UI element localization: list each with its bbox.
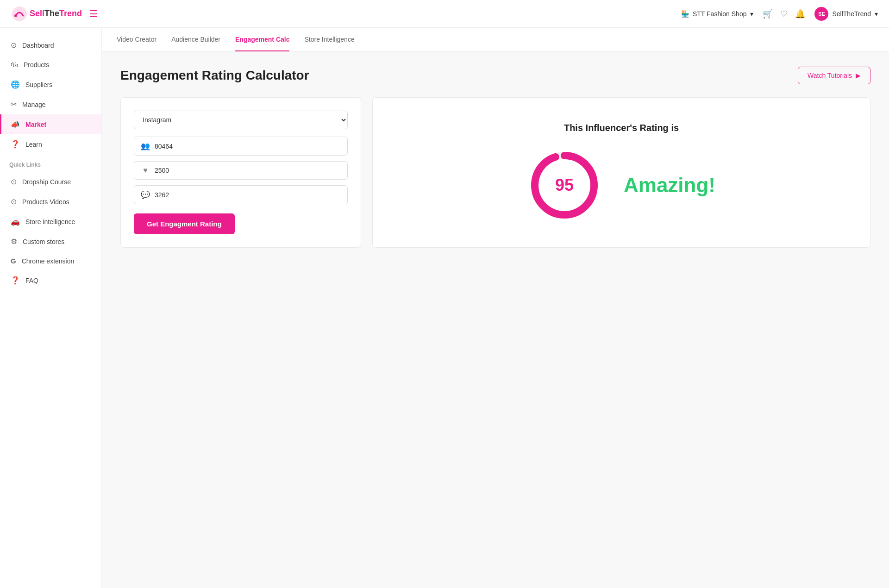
sidebar-item-label: Dashboard	[22, 42, 54, 49]
tab-video-creator[interactable]: Video Creator	[117, 28, 157, 51]
sidebar-item-dropship-course[interactable]: ⊙ Dropship Course	[0, 172, 101, 192]
sidebar-item-market[interactable]: 📣 Market	[0, 114, 101, 134]
custom-stores-icon: ⚙	[11, 237, 17, 246]
sub-nav: Video Creator Audience Builder Engagemen…	[102, 28, 889, 52]
sidebar-item-label: Chrome extension	[22, 257, 75, 265]
learn-icon: ❓	[11, 140, 20, 149]
faq-icon: ❓	[11, 276, 20, 285]
watch-tutorials-label: Watch Tutorials	[808, 72, 852, 79]
page-title: Engagement Rating Calculator	[120, 68, 309, 83]
sidebar-item-label: Dropship Course	[22, 178, 71, 186]
hamburger-menu[interactable]: ☰	[89, 8, 98, 19]
svg-point-0	[12, 6, 27, 21]
sidebar-item-products[interactable]: 🛍 Products	[0, 55, 101, 75]
header-right: 🏪 STT Fashion Shop ▾ 🛒 ♡ 🔔 SE SellTheTre…	[681, 7, 878, 21]
shop-selector[interactable]: 🏪 STT Fashion Shop ▾	[681, 10, 753, 18]
suppliers-icon: 🌐	[11, 80, 20, 89]
header: SellTheTrend ☰ 🏪 STT Fashion Shop ▾ 🛒 ♡ …	[0, 0, 889, 28]
watch-tutorials-button[interactable]: Watch Tutorials ▶	[798, 67, 870, 84]
sidebar-item-suppliers[interactable]: 🌐 Suppliers	[0, 75, 101, 94]
layout: ⊙ Dashboard 🛍 Products 🌐 Suppliers ✂ Man…	[0, 28, 889, 588]
followers-icon: 👥	[141, 142, 150, 150]
get-rating-button[interactable]: Get Engagment Rating	[134, 213, 235, 234]
sidebar-item-products-videos[interactable]: ⊙ Products Videos	[0, 192, 101, 212]
logo-icon	[11, 6, 28, 22]
sidebar-item-label: Learn	[25, 141, 42, 148]
followers-input[interactable]	[155, 143, 341, 150]
donut-chart: 95	[527, 148, 601, 222]
sidebar: ⊙ Dashboard 🛍 Products 🌐 Suppliers ✂ Man…	[0, 28, 102, 588]
dropship-icon: ⊙	[11, 177, 17, 186]
heart-icon[interactable]: ♡	[780, 9, 788, 19]
calculator-card: Instagram Twitter YouTube TikTok 👥 ♥	[120, 97, 361, 248]
quick-links-label: Quick Links	[0, 154, 101, 172]
sidebar-item-label: Manage	[22, 101, 46, 108]
page-content: Engagement Rating Calculator Watch Tutor…	[102, 52, 889, 588]
sidebar-item-label: Products	[24, 61, 49, 69]
tab-audience-builder[interactable]: Audience Builder	[171, 28, 220, 51]
svg-point-1	[14, 14, 17, 17]
sidebar-item-faq[interactable]: ❓ FAQ	[0, 270, 101, 290]
donut-score: 95	[555, 175, 574, 195]
platform-select[interactable]: Instagram Twitter YouTube TikTok	[134, 111, 348, 129]
cart-icon[interactable]: 🛒	[763, 9, 773, 19]
products-icon: 🛍	[11, 61, 18, 69]
sidebar-item-label: Products Videos	[22, 198, 69, 206]
header-icons: 🛒 ♡ 🔔	[763, 9, 805, 19]
amazing-label: Amazing!	[624, 174, 715, 197]
sidebar-item-dashboard[interactable]: ⊙ Dashboard	[0, 35, 101, 55]
sidebar-item-label: Market	[25, 121, 46, 128]
likes-icon: ♥	[141, 166, 150, 175]
result-title: This Influencer's Rating is	[564, 123, 679, 133]
sidebar-item-label: Suppliers	[25, 81, 52, 88]
shop-chevron-icon: ▾	[750, 10, 753, 18]
page-header: Engagement Rating Calculator Watch Tutor…	[120, 67, 870, 84]
main-content: Video Creator Audience Builder Engagemen…	[102, 28, 889, 588]
chrome-icon: G	[11, 257, 16, 265]
sidebar-item-learn[interactable]: ❓ Learn	[0, 134, 101, 154]
likes-input-group: ♥	[134, 161, 348, 180]
followers-input-group: 👥	[134, 137, 348, 156]
sidebar-item-store-intelligence[interactable]: 🚗 Store intelligence	[0, 212, 101, 231]
store-intel-icon: 🚗	[11, 217, 20, 226]
logo[interactable]: SellTheTrend	[11, 6, 82, 22]
likes-input[interactable]	[155, 167, 341, 174]
videos-icon: ⊙	[11, 197, 17, 206]
sidebar-item-custom-stores[interactable]: ⚙ Custom stores	[0, 231, 101, 251]
shop-icon: 🏪	[681, 10, 689, 18]
shop-name: STT Fashion Shop	[693, 10, 746, 18]
cards-area: Instagram Twitter YouTube TikTok 👥 ♥	[120, 97, 870, 248]
result-card: This Influencer's Rating is 95 Amazing!	[372, 97, 870, 248]
tab-engagement-calc[interactable]: Engagement Calc	[235, 28, 289, 51]
sidebar-item-chrome-extension[interactable]: G Chrome extension	[0, 251, 101, 270]
comments-input-group: 💬	[134, 185, 348, 204]
user-name: SellTheTrend	[832, 10, 871, 18]
result-body: 95 Amazing!	[527, 148, 715, 222]
comments-icon: 💬	[141, 190, 150, 199]
market-icon: 📣	[11, 120, 20, 129]
dashboard-icon: ⊙	[11, 41, 17, 50]
sidebar-item-label: Store intelligence	[25, 218, 75, 225]
logo-area: SellTheTrend ☰	[11, 6, 113, 22]
tab-store-intelligence[interactable]: Store Intelligence	[304, 28, 354, 51]
manage-icon: ✂	[11, 100, 17, 109]
play-circle-icon: ▶	[856, 72, 861, 79]
sidebar-item-manage[interactable]: ✂ Manage	[0, 94, 101, 114]
sidebar-item-label: Custom stores	[23, 238, 64, 245]
user-chevron-icon: ▾	[875, 10, 878, 18]
bell-icon[interactable]: 🔔	[795, 9, 805, 19]
user-badge[interactable]: SE SellTheTrend ▾	[814, 7, 878, 21]
sidebar-item-label: FAQ	[25, 277, 38, 284]
user-avatar: SE	[814, 7, 828, 21]
comments-input[interactable]	[155, 191, 341, 199]
